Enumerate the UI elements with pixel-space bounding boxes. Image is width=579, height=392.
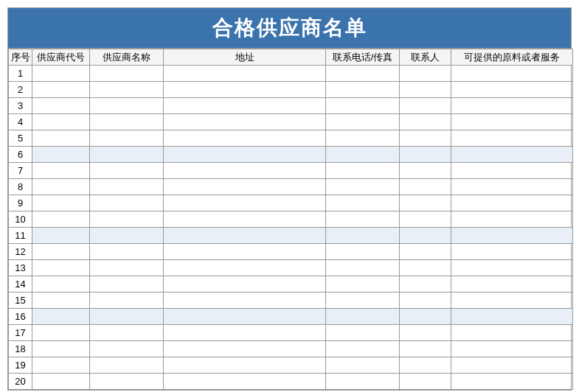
cell-code[interactable] — [32, 325, 90, 341]
table-row[interactable]: 15 — [9, 293, 573, 309]
cell-name[interactable] — [90, 276, 164, 293]
cell-seq[interactable]: 7 — [9, 163, 32, 179]
cell-addr[interactable] — [164, 147, 326, 163]
cell-service[interactable] — [451, 163, 573, 179]
cell-code[interactable] — [32, 341, 90, 357]
cell-phone[interactable] — [326, 211, 400, 228]
cell-contact[interactable] — [400, 341, 451, 357]
cell-addr[interactable] — [164, 374, 326, 390]
cell-phone[interactable] — [326, 325, 400, 341]
cell-phone[interactable] — [326, 147, 400, 163]
cell-contact[interactable] — [400, 66, 451, 82]
cell-contact[interactable] — [400, 309, 451, 325]
cell-code[interactable] — [32, 163, 90, 179]
cell-seq[interactable]: 18 — [9, 341, 32, 357]
cell-addr[interactable] — [164, 260, 326, 276]
table-row[interactable]: 19 — [9, 357, 573, 374]
cell-service[interactable] — [451, 130, 573, 147]
cell-seq[interactable]: 2 — [9, 82, 32, 98]
cell-addr[interactable] — [164, 82, 326, 98]
cell-seq[interactable]: 15 — [9, 293, 32, 309]
cell-seq[interactable]: 10 — [9, 211, 32, 228]
cell-service[interactable] — [451, 98, 573, 114]
cell-phone[interactable] — [326, 244, 400, 260]
cell-contact[interactable] — [400, 195, 451, 211]
cell-addr[interactable] — [164, 276, 326, 293]
cell-name[interactable] — [90, 130, 164, 147]
cell-contact[interactable] — [400, 130, 451, 147]
cell-phone[interactable] — [326, 82, 400, 98]
cell-service[interactable] — [451, 147, 573, 163]
cell-phone[interactable] — [326, 309, 400, 325]
cell-name[interactable] — [90, 195, 164, 211]
table-row[interactable]: 7 — [9, 163, 573, 179]
cell-phone[interactable] — [326, 130, 400, 147]
cell-phone[interactable] — [326, 228, 400, 244]
cell-addr[interactable] — [164, 341, 326, 357]
cell-code[interactable] — [32, 66, 90, 82]
cell-service[interactable] — [451, 195, 573, 211]
cell-name[interactable] — [90, 260, 164, 276]
table-row[interactable]: 11 — [9, 228, 573, 244]
cell-phone[interactable] — [326, 260, 400, 276]
cell-phone[interactable] — [326, 98, 400, 114]
cell-contact[interactable] — [400, 325, 451, 341]
cell-addr[interactable] — [164, 211, 326, 228]
table-row[interactable]: 16 — [9, 309, 573, 325]
table-row[interactable]: 9 — [9, 195, 573, 211]
cell-name[interactable] — [90, 66, 164, 82]
cell-seq[interactable]: 1 — [9, 66, 32, 82]
cell-name[interactable] — [90, 211, 164, 228]
cell-seq[interactable]: 9 — [9, 195, 32, 211]
cell-contact[interactable] — [400, 82, 451, 98]
cell-seq[interactable]: 19 — [9, 357, 32, 374]
cell-addr[interactable] — [164, 244, 326, 260]
cell-phone[interactable] — [326, 163, 400, 179]
cell-code[interactable] — [32, 130, 90, 147]
cell-contact[interactable] — [400, 163, 451, 179]
cell-phone[interactable] — [326, 66, 400, 82]
table-row[interactable]: 20 — [9, 374, 573, 390]
cell-code[interactable] — [32, 211, 90, 228]
table-row[interactable]: 8 — [9, 179, 573, 195]
cell-service[interactable] — [451, 244, 573, 260]
cell-contact[interactable] — [400, 228, 451, 244]
table-row[interactable]: 3 — [9, 98, 573, 114]
cell-name[interactable] — [90, 179, 164, 195]
cell-contact[interactable] — [400, 179, 451, 195]
cell-addr[interactable] — [164, 98, 326, 114]
cell-addr[interactable] — [164, 66, 326, 82]
cell-service[interactable] — [451, 309, 573, 325]
cell-service[interactable] — [451, 228, 573, 244]
table-row[interactable]: 10 — [9, 211, 573, 228]
cell-code[interactable] — [32, 293, 90, 309]
cell-addr[interactable] — [164, 130, 326, 147]
table-row[interactable]: 18 — [9, 341, 573, 357]
cell-contact[interactable] — [400, 357, 451, 374]
cell-name[interactable] — [90, 163, 164, 179]
cell-name[interactable] — [90, 341, 164, 357]
cell-seq[interactable]: 6 — [9, 147, 32, 163]
cell-service[interactable] — [451, 66, 573, 82]
cell-service[interactable] — [451, 357, 573, 374]
cell-addr[interactable] — [164, 357, 326, 374]
cell-service[interactable] — [451, 341, 573, 357]
cell-name[interactable] — [90, 325, 164, 341]
cell-name[interactable] — [90, 114, 164, 130]
cell-service[interactable] — [451, 179, 573, 195]
cell-contact[interactable] — [400, 114, 451, 130]
cell-seq[interactable]: 13 — [9, 260, 32, 276]
cell-name[interactable] — [90, 374, 164, 390]
cell-addr[interactable] — [164, 309, 326, 325]
cell-contact[interactable] — [400, 244, 451, 260]
cell-code[interactable] — [32, 228, 90, 244]
cell-service[interactable] — [451, 82, 573, 98]
cell-name[interactable] — [90, 244, 164, 260]
cell-addr[interactable] — [164, 195, 326, 211]
cell-seq[interactable]: 16 — [9, 309, 32, 325]
table-row[interactable]: 6 — [9, 147, 573, 163]
cell-seq[interactable]: 3 — [9, 98, 32, 114]
table-row[interactable]: 13 — [9, 260, 573, 276]
cell-contact[interactable] — [400, 98, 451, 114]
cell-seq[interactable]: 14 — [9, 276, 32, 293]
